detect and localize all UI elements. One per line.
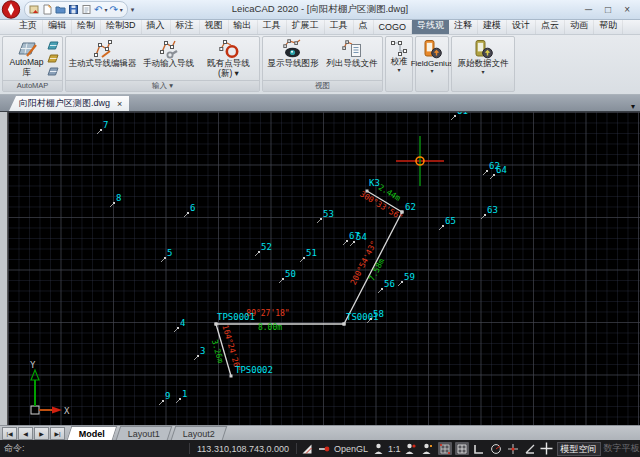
user-locate-icon[interactable] (404, 442, 418, 455)
group-label-automap[interactable]: AutoMAP (3, 80, 62, 91)
survey-point-1[interactable]: 1 (176, 389, 187, 403)
model-space-button[interactable]: 模型空间 (557, 442, 601, 456)
menu-tab-18[interactable]: 点云 (536, 18, 565, 34)
raw-data-file-button[interactable]: 原始数据文件 ▾ (452, 37, 514, 91)
existing-point-traverse-button[interactable]: 既有点导线 (新) ▾ (200, 37, 258, 81)
calibrate-button[interactable]: 校准 ▾ (386, 37, 412, 91)
survey-point-61[interactable]: 61 (451, 112, 468, 120)
layout-nav-last[interactable]: ▶| (50, 427, 65, 440)
survey-point-51[interactable]: 51 (300, 248, 317, 262)
user-track-icon[interactable] (421, 442, 435, 455)
survey-point-53[interactable]: 53 (317, 209, 334, 223)
plot-preview-icon[interactable] (81, 4, 92, 15)
command-line[interactable]: 命令: (4, 442, 186, 455)
layout-nav-prev[interactable]: ◀ (18, 427, 33, 440)
list-traverse-file-button[interactable]: 列出导线文件 (323, 37, 382, 81)
menu-tab-1[interactable]: 主页 (14, 18, 43, 34)
station-label-62[interactable]: 62 (405, 202, 416, 212)
layout-nav-first[interactable]: |◀ (2, 427, 17, 440)
survey-point-8[interactable]: 8 (110, 193, 121, 207)
station-label-TPS0002[interactable]: TPS0002 (235, 365, 273, 375)
survey-point-4[interactable]: 4 (174, 318, 185, 332)
grid-display-icon[interactable] (455, 442, 469, 455)
map-layer-icon[interactable] (47, 53, 59, 64)
opengl-toggle[interactable]: OpenGL (334, 444, 368, 454)
undo-caret-icon[interactable]: ▾ (104, 7, 107, 13)
menu-tab-16[interactable]: 建模 (478, 18, 507, 34)
document-list-caret-icon[interactable]: ▾ (631, 102, 635, 111)
dynamic-ucs-icon[interactable] (540, 442, 554, 455)
survey-point-3[interactable]: 3 (194, 346, 205, 360)
close-button[interactable]: × (624, 4, 630, 15)
traverse-vertex[interactable] (215, 323, 218, 326)
map-layer-icon[interactable] (47, 40, 59, 51)
station-label-K3[interactable]: K3 (369, 178, 380, 188)
menu-tab-15[interactable]: 注释 (449, 18, 478, 34)
menu-tab-8[interactable]: 输出 (229, 18, 258, 34)
redo-icon[interactable]: ↷ (109, 5, 117, 15)
menu-tab-19[interactable]: 动画 (565, 18, 594, 34)
grid-snap-icon[interactable] (438, 442, 452, 455)
otrack-icon[interactable] (523, 442, 537, 455)
station-label-TPS0001[interactable]: TPS0001 (217, 312, 255, 322)
menu-tab-5[interactable]: 插入 (142, 18, 171, 34)
minimize-button[interactable]: ─ (585, 4, 592, 15)
new-file-icon[interactable] (42, 4, 53, 15)
distance-label[interactable]: 3.26m (210, 338, 225, 364)
maximize-button[interactable]: □ (605, 4, 611, 15)
tab-model[interactable]: Model (67, 426, 118, 440)
survey-point-65[interactable]: 65 (439, 216, 456, 230)
tab-layout2[interactable]: Layout2 (171, 426, 228, 440)
digital-tablet-toggle[interactable]: 数字平板 (604, 442, 640, 455)
import-icon[interactable] (29, 4, 40, 15)
fieldgenius-button[interactable]: FieldGenius ▾ (415, 37, 449, 91)
undo-icon[interactable]: ↶ (94, 5, 102, 15)
redo-caret-icon[interactable]: ▾ (120, 7, 123, 13)
group-label-view[interactable]: 视图 (263, 80, 382, 91)
menu-tab-20[interactable]: 帮助 (594, 18, 623, 34)
survey-point-7[interactable]: 7 (97, 120, 108, 134)
menu-tab-12[interactable]: 点 (354, 18, 374, 34)
menu-tab-9[interactable]: 工具 (258, 18, 287, 34)
survey-point-63[interactable]: 63 (481, 205, 498, 219)
survey-point-52[interactable]: 52 (255, 242, 272, 256)
survey-point-9[interactable]: 9 (159, 391, 170, 405)
scale-indicator[interactable]: 1:1 (388, 444, 401, 454)
menu-tab-17[interactable]: 设计 (507, 18, 536, 34)
qat-customize-icon[interactable]: ▾ (131, 6, 135, 14)
distance-label[interactable]: 8.00m (258, 323, 282, 332)
osnap-icon[interactable] (506, 442, 520, 455)
survey-point-59[interactable]: 59 (398, 272, 415, 286)
survey-point-6[interactable]: 6 (184, 203, 195, 217)
user-icon[interactable] (371, 442, 385, 455)
menu-tab-3[interactable]: 绘制 (72, 18, 101, 34)
menu-tab-6[interactable]: 标注 (171, 18, 200, 34)
document-close-icon[interactable]: × (117, 99, 122, 109)
traverse-vertex[interactable] (230, 375, 233, 378)
menu-tab-4[interactable]: 绘制3D (101, 18, 142, 34)
document-tab[interactable]: 向阳村棚户区测图.dwg × (9, 96, 129, 111)
ortho-icon[interactable] (472, 442, 486, 455)
manual-input-traverse-button[interactable]: 手动输入导线 (138, 37, 200, 81)
group-label-input[interactable]: 输入 ▾ (66, 80, 259, 91)
survey-point-5[interactable]: 5 (161, 248, 172, 262)
menu-tab-14[interactable]: 导线观 (412, 18, 449, 34)
drawing-canvas[interactable]: 2.44m300°33'56"200°54'43"7.58m89°27'18"8… (8, 112, 640, 425)
menu-tab-7[interactable]: 视图 (200, 18, 229, 34)
open-icon[interactable] (55, 4, 66, 15)
drafting-settings-icon[interactable] (300, 442, 314, 455)
show-traverse-graphics-button[interactable]: 显示导线图形 (264, 37, 323, 81)
automap-library-button[interactable]: AutoMap库 (7, 37, 47, 81)
menu-tab-11[interactable]: 工具 (325, 18, 354, 34)
layout-nav-next[interactable]: ▶ (34, 427, 49, 440)
menu-tab-10[interactable]: 扩展工 (287, 18, 325, 34)
toggle-red-icon[interactable] (317, 442, 331, 455)
survey-point-50[interactable]: 50 (279, 269, 296, 283)
traverse-vertex[interactable] (343, 323, 346, 326)
save-icon[interactable] (68, 4, 79, 15)
tab-layout1[interactable]: Layout1 (116, 426, 173, 440)
active-traverse-editor-button[interactable]: 主动式导线编辑器 (68, 37, 138, 81)
map-layer-icon[interactable] (47, 66, 59, 77)
survey-point-56[interactable]: 56 (378, 279, 395, 293)
polar-tracking-icon[interactable] (489, 442, 503, 455)
